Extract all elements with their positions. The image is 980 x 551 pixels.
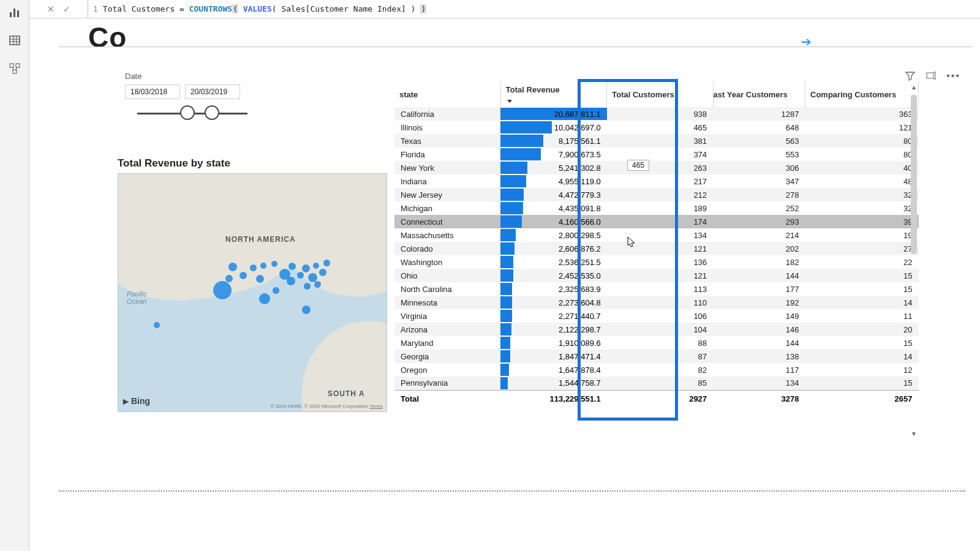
table-row[interactable]: Maryland1,910,089.68814415 <box>394 336 919 350</box>
data-view-icon[interactable] <box>6 32 23 49</box>
cell-comparing: 20 <box>805 323 919 336</box>
scrollbar-thumb[interactable] <box>911 95 917 254</box>
cell-customers: 217 <box>607 174 713 188</box>
cell-last-year: 146 <box>713 323 805 336</box>
date-to-input[interactable] <box>185 84 240 99</box>
cell-customers: 938 <box>607 107 713 121</box>
cell-comparing: 363 <box>805 107 919 121</box>
report-view-icon[interactable] <box>6 4 23 21</box>
table-row[interactable]: New Jersey4,472,779.321227832 <box>394 188 919 201</box>
table-row[interactable]: Oregon1,647,878.48211712 <box>394 363 919 377</box>
scroll-down-icon[interactable]: ▼ <box>910 430 918 438</box>
table-visual[interactable]: state Total Revenue Total Customers ast … <box>394 81 919 439</box>
table-row[interactable]: Virginia2,271,440.710614911 <box>394 309 919 323</box>
table-row[interactable]: North Carolina2,325,683.911317715 <box>394 282 919 296</box>
table-row[interactable]: Pennsylvania1,544,758.78513415 <box>394 377 919 390</box>
cell-last-year: 182 <box>713 255 805 269</box>
cell-state: Pennsylvania <box>394 377 500 390</box>
scroll-up-icon[interactable]: ▲ <box>910 84 918 91</box>
cell-revenue: 2,122,298.7 <box>500 323 606 336</box>
cell-state: North Carolina <box>394 282 500 296</box>
table-row[interactable]: Michigan4,435,091.818925232 <box>394 201 919 215</box>
cell-customers: 374 <box>607 148 713 161</box>
cell-revenue: 2,273,604.8 <box>500 296 606 309</box>
date-from-input[interactable] <box>125 84 180 99</box>
cell-last-year: 252 <box>713 201 805 215</box>
bing-logo: ▸ Bing <box>123 395 150 408</box>
col-header-comparing[interactable]: Comparing Customers <box>805 81 919 107</box>
cell-state: Florida <box>394 148 500 161</box>
cell-comparing: 27 <box>805 242 919 255</box>
svg-rect-3 <box>10 36 20 45</box>
cell-last-year: 1287 <box>713 107 805 121</box>
cell-customers: 110 <box>607 296 713 309</box>
date-slicer: Date <box>125 72 247 121</box>
svg-rect-1 <box>13 9 15 17</box>
cell-last-year: 553 <box>713 148 805 161</box>
table-scrollbar[interactable]: ▲ ▼ <box>909 83 919 439</box>
cell-state: Arizona <box>394 323 500 336</box>
formula-editor[interactable]: 1 Total Customers = COUNTROWS( VALUES( S… <box>88 4 426 13</box>
model-view-icon[interactable] <box>6 60 23 77</box>
table-row[interactable]: Connecticut4,160,566.017429339 <box>394 215 919 228</box>
slider-to-knob[interactable] <box>205 105 219 120</box>
cell-revenue: 2,452,535.0 <box>500 269 606 282</box>
cell-customers: 88 <box>607 336 713 350</box>
table-row[interactable]: Colorado2,606,876.212120227 <box>394 242 919 255</box>
table-row[interactable]: New York5,241,302.826330640 <box>394 161 919 174</box>
svg-rect-9 <box>16 64 20 67</box>
col-header-state[interactable]: state <box>394 81 500 107</box>
col-header-last-year[interactable]: ast Year Customers <box>713 81 805 107</box>
cell-last-year: 138 <box>713 350 805 363</box>
table-row[interactable]: Texas8,175,561.138156380 <box>394 134 919 148</box>
date-range-slider[interactable] <box>137 105 247 121</box>
cell-last-year: 347 <box>713 174 805 188</box>
cell-state: California <box>394 107 500 121</box>
table-row[interactable]: Washington2,536,251.513618222 <box>394 255 919 269</box>
table-row[interactable]: Indiana4,955,119.021734748 <box>394 174 919 188</box>
cell-revenue: 4,472,779.3 <box>500 188 606 201</box>
sort-desc-icon <box>507 100 512 103</box>
cell-customers: 121 <box>607 242 713 255</box>
formula-bar: ✕ ✓ 1 Total Customers = COUNTROWS( VALUE… <box>29 0 980 18</box>
table-row[interactable]: Georgia1,847,471.48713814 <box>394 350 919 363</box>
cell-customers: 106 <box>607 309 713 323</box>
table-row[interactable]: Minnesota2,273,604.811019214 <box>394 296 919 309</box>
cell-customers: 212 <box>607 188 713 201</box>
table-row[interactable]: Florida7,900,673.537455380 <box>394 148 919 161</box>
more-options-icon[interactable]: ••• <box>946 70 960 84</box>
cell-last-year: 192 <box>713 296 805 309</box>
page-divider <box>59 490 965 492</box>
cell-comparing: 15 <box>805 336 919 350</box>
formula-commit-button[interactable]: ✓ <box>63 4 70 14</box>
cell-state: Ohio <box>394 269 500 282</box>
cell-customers: 134 <box>607 228 713 242</box>
table-row[interactable]: Arizona2,122,298.710414620 <box>394 323 919 336</box>
table-row[interactable]: Ohio2,452,535.012114415 <box>394 269 919 282</box>
cell-state: Indiana <box>394 174 500 188</box>
cell-customers: 121 <box>607 269 713 282</box>
cell-last-year: 177 <box>713 282 805 296</box>
formula-cancel-button[interactable]: ✕ <box>47 4 55 14</box>
map-terms-link[interactable]: Terms <box>369 403 383 409</box>
table-row[interactable]: Massachusetts2,800,298.513421419 <box>394 228 919 242</box>
table-row[interactable]: Illinois10,042,697.0465648121 <box>394 121 919 134</box>
cell-state: Georgia <box>394 350 500 363</box>
focus-mode-icon[interactable] <box>925 70 937 84</box>
table-row[interactable]: California20,687,811.19381287363 <box>394 107 919 121</box>
svg-line-12 <box>15 67 18 70</box>
cell-revenue: 2,800,298.5 <box>500 228 606 242</box>
cell-comparing: 15 <box>805 282 919 296</box>
cell-last-year: 144 <box>713 336 805 350</box>
map-visual[interactable]: NORTH AMERICA SOUTH A PacificOcean <box>118 173 387 412</box>
map-ocean-label: PacificOcean <box>127 290 146 305</box>
slider-from-knob[interactable] <box>180 105 195 120</box>
svg-rect-13 <box>927 73 933 78</box>
cell-customers: 82 <box>607 363 713 377</box>
cell-last-year: 202 <box>713 242 805 255</box>
cell-state: Illinois <box>394 121 500 134</box>
col-header-customers[interactable]: Total Customers <box>607 81 713 107</box>
cell-revenue: 4,160,566.0 <box>500 215 606 228</box>
col-header-revenue[interactable]: Total Revenue <box>500 81 606 107</box>
cell-customers: 85 <box>607 377 713 390</box>
